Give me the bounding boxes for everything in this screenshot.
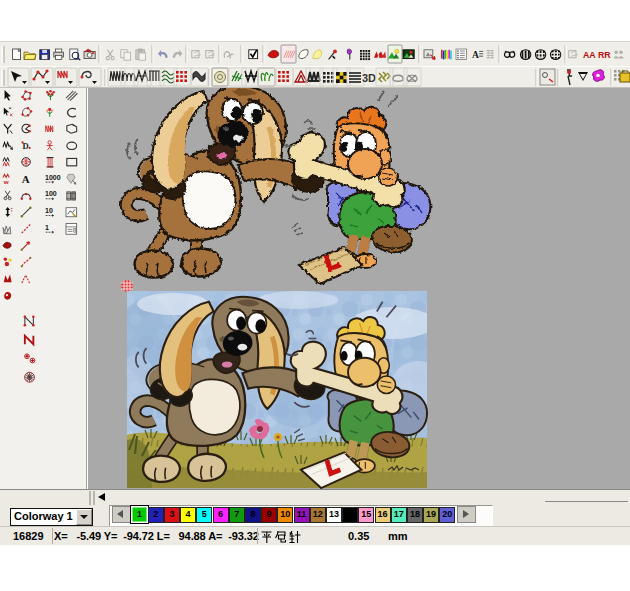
svg-text:100: 100 xyxy=(45,190,57,197)
svg-text:1: 1 xyxy=(45,224,49,231)
svg-text:A: A xyxy=(472,49,479,60)
svg-text:w: w xyxy=(3,178,9,185)
svg-text:AA: AA xyxy=(583,50,596,60)
svg-text:10: 10 xyxy=(45,207,53,214)
svg-text:RR: RR xyxy=(598,50,611,60)
svg-text:A: A xyxy=(22,173,30,185)
svg-text:1000: 1000 xyxy=(45,174,61,181)
svg-text:3D: 3D xyxy=(362,72,376,84)
